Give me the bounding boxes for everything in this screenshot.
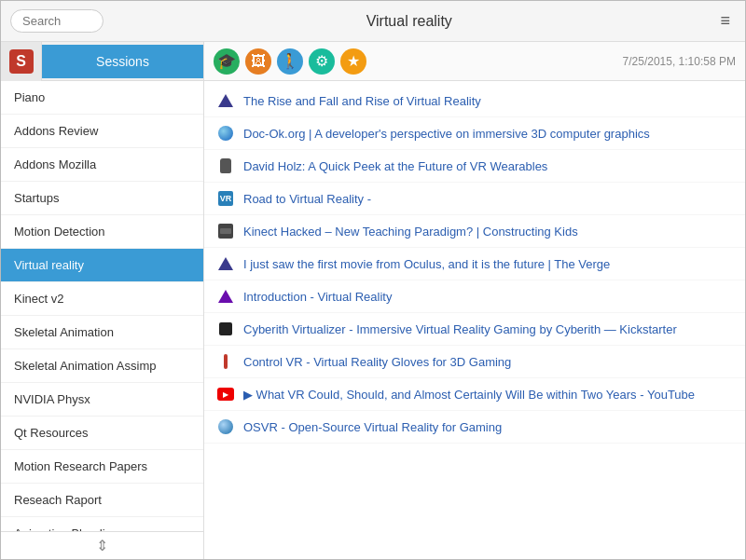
wand-icon bbox=[217, 353, 234, 370]
globe-icon bbox=[217, 125, 234, 142]
globe2-icon bbox=[217, 418, 234, 435]
vr-triangle3-icon bbox=[217, 288, 234, 305]
toolbar-icons: 🎓🖼🚶⚙★ bbox=[214, 48, 366, 75]
vr-triangle2-icon bbox=[217, 255, 234, 272]
sidebar-item-1[interactable]: Addons Review bbox=[1, 115, 203, 148]
top-bar: Virtual reality ≡ bbox=[1, 1, 745, 42]
content-item-text-4: Road to Virtual Reality - bbox=[243, 192, 371, 206]
sidebar-item-3[interactable]: Startups bbox=[1, 182, 203, 215]
content-item-text-3: David Holz: A Quick Peek at the Future o… bbox=[243, 159, 547, 173]
school-icon[interactable]: 🎓 bbox=[214, 48, 240, 75]
page-title: Virtual reality bbox=[366, 13, 452, 30]
main-area: S Sessions PianoAddons ReviewAddons Mozi… bbox=[1, 42, 745, 559]
black-sq-icon bbox=[217, 321, 234, 337]
content-item-4[interactable]: VRRoad to Virtual Reality - bbox=[204, 183, 745, 215]
sidebar-item-13[interactable]: Animation Blending bbox=[1, 517, 203, 531]
logo-s-icon: S bbox=[9, 49, 34, 74]
content-item-text-11: OSVR - Open-Source Virtual Reality for G… bbox=[243, 420, 502, 434]
sidebar-item-12[interactable]: Reseach Raport bbox=[1, 484, 203, 517]
sidebar-item-7[interactable]: Skeletal Animation bbox=[1, 316, 203, 349]
sidebar-item-2[interactable]: Addons Mozilla bbox=[1, 148, 203, 182]
timestamp: 7/25/2015, 1:10:58 PM bbox=[623, 55, 736, 68]
content-item-text-8: Cyberith Virtualizer - Immersive Virtual… bbox=[243, 322, 677, 336]
content-item-text-6: I just saw the first movie from Oculus, … bbox=[243, 257, 610, 271]
content-item-8[interactable]: Cyberith Virtualizer - Immersive Virtual… bbox=[204, 313, 745, 346]
hamburger-icon[interactable]: ≡ bbox=[714, 9, 736, 33]
sidebar-list: PianoAddons ReviewAddons MozillaStartups… bbox=[1, 81, 203, 531]
sidebar-header: S Sessions bbox=[1, 42, 203, 81]
content-list: The Rise and Fall and Rise of Virtual Re… bbox=[204, 81, 745, 559]
content-item-9[interactable]: Control VR - Virtual Reality Gloves for … bbox=[204, 346, 745, 378]
content-area: 🎓🖼🚶⚙★ 7/25/2015, 1:10:58 PM The Rise and… bbox=[204, 42, 745, 559]
glove-icon bbox=[217, 157, 234, 174]
content-item-text-9: Control VR - Virtual Reality Gloves for … bbox=[243, 355, 511, 369]
road-icon: VR bbox=[217, 190, 234, 207]
vr-triangle-icon bbox=[217, 92, 234, 109]
content-item-6[interactable]: I just saw the first movie from Oculus, … bbox=[204, 248, 745, 280]
content-item-11[interactable]: OSVR - Open-Source Virtual Reality for G… bbox=[204, 411, 745, 444]
scroll-down-icon[interactable]: ⇕ bbox=[96, 537, 108, 554]
sidebar-item-11[interactable]: Motion Research Papers bbox=[1, 450, 203, 484]
content-item-10[interactable]: ▶▶ What VR Could, Should, and Almost Cer… bbox=[204, 378, 745, 411]
content-item-1[interactable]: The Rise and Fall and Rise of Virtual Re… bbox=[204, 85, 745, 117]
content-item-5[interactable]: Kinect Hacked – New Teaching Paradigm? |… bbox=[204, 215, 745, 248]
content-item-2[interactable]: Doc-Ok.org | A developer's perspective o… bbox=[204, 117, 745, 150]
sidebar: S Sessions PianoAddons ReviewAddons Mozi… bbox=[1, 42, 204, 559]
content-toolbar: 🎓🖼🚶⚙★ 7/25/2015, 1:10:58 PM bbox=[204, 42, 745, 81]
star-icon[interactable]: ★ bbox=[340, 48, 366, 75]
settings-icon[interactable]: ⚙ bbox=[309, 48, 335, 75]
content-item-text-5: Kinect Hacked – New Teaching Paradigm? |… bbox=[243, 225, 578, 239]
search-input[interactable] bbox=[10, 9, 104, 33]
person-icon[interactable]: 🚶 bbox=[277, 48, 303, 75]
sidebar-logo[interactable]: S bbox=[1, 42, 42, 81]
content-item-text-7: Introduction - Virtual Reality bbox=[243, 290, 392, 304]
sidebar-item-9[interactable]: NVIDIA Physx bbox=[1, 383, 203, 417]
sidebar-item-10[interactable]: Qt Resources bbox=[1, 417, 203, 450]
sidebar-footer: ⇕ bbox=[1, 531, 203, 559]
sidebar-item-4[interactable]: Motion Detection bbox=[1, 215, 203, 249]
content-item-3[interactable]: David Holz: A Quick Peek at the Future o… bbox=[204, 150, 745, 183]
youtube-icon: ▶ bbox=[217, 386, 234, 403]
content-item-text-10: ▶ What VR Could, Should, and Almost Cert… bbox=[243, 388, 695, 402]
content-item-text-1: The Rise and Fall and Rise of Virtual Re… bbox=[243, 94, 481, 108]
sidebar-item-0[interactable]: Piano bbox=[1, 81, 203, 115]
sidebar-item-8[interactable]: Skeletal Animation Assimp bbox=[1, 349, 203, 383]
sessions-tab[interactable]: Sessions bbox=[42, 45, 203, 78]
content-item-text-2: Doc-Ok.org | A developer's perspective o… bbox=[243, 127, 650, 141]
image-icon[interactable]: 🖼 bbox=[245, 48, 271, 75]
sidebar-item-6[interactable]: Kinect v2 bbox=[1, 282, 203, 316]
kinect-icon bbox=[217, 223, 234, 239]
content-item-7[interactable]: Introduction - Virtual Reality bbox=[204, 280, 745, 313]
sidebar-item-5[interactable]: Virtual reality bbox=[1, 249, 203, 282]
